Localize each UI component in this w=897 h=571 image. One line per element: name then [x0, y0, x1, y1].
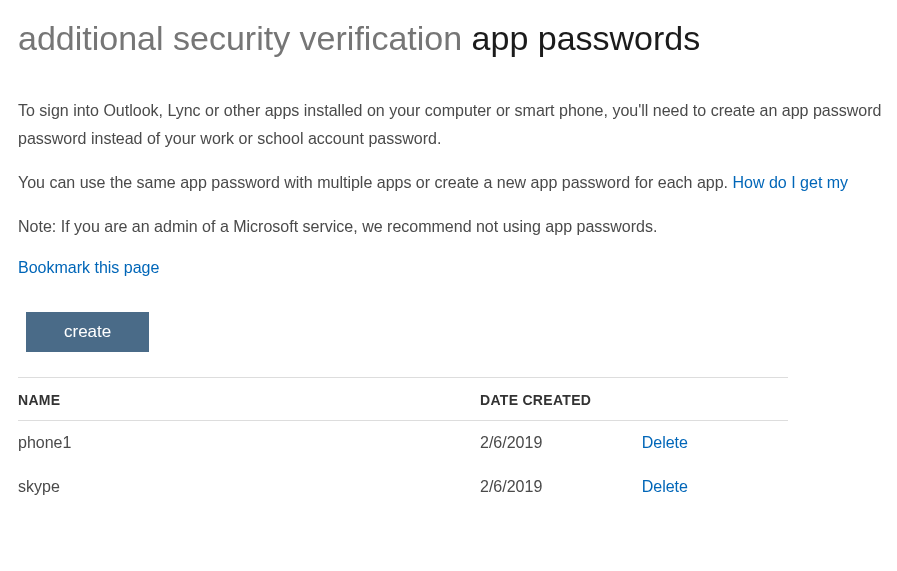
- intro-line1: To sign into Outlook, Lync or other apps…: [18, 99, 897, 123]
- col-action-header: [642, 377, 788, 420]
- create-button[interactable]: create: [26, 312, 149, 352]
- row-date: 2/6/2019: [480, 420, 642, 465]
- bookmark-link[interactable]: Bookmark this page: [18, 259, 897, 277]
- row-date: 2/6/2019: [480, 465, 642, 509]
- admin-note: Note: If you are an admin of a Microsoft…: [18, 215, 897, 239]
- delete-link[interactable]: Delete: [642, 434, 688, 451]
- intro-text: To sign into Outlook, Lync or other apps…: [18, 99, 897, 151]
- app-passwords-table: NAME DATE CREATED phone1 2/6/2019 Delete…: [18, 377, 788, 509]
- title-current: app passwords: [472, 19, 701, 57]
- delete-link[interactable]: Delete: [642, 478, 688, 495]
- col-date-header: DATE CREATED: [480, 377, 642, 420]
- title-prefix: additional security verification: [18, 19, 462, 57]
- page-title: additional security verification app pas…: [18, 18, 897, 59]
- row-name: phone1: [18, 420, 480, 465]
- reuse-text: You can use the same app password with m…: [18, 174, 733, 191]
- table-row: skype 2/6/2019 Delete: [18, 465, 788, 509]
- intro-line2: password instead of your work or school …: [18, 127, 897, 151]
- row-name: skype: [18, 465, 480, 509]
- reuse-paragraph: You can use the same app password with m…: [18, 171, 897, 195]
- table-row: phone1 2/6/2019 Delete: [18, 420, 788, 465]
- col-name-header: NAME: [18, 377, 480, 420]
- how-do-i-link[interactable]: How do I get my: [733, 174, 849, 191]
